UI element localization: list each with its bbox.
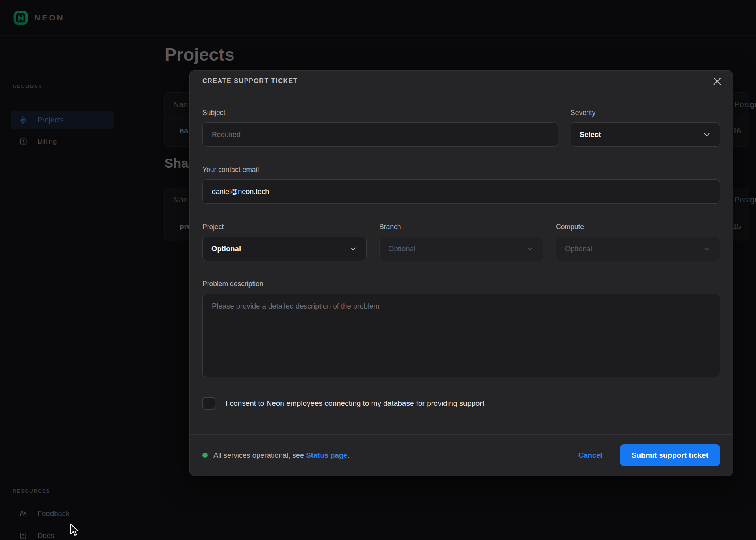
modal-footer: All services operational, see Status pag… bbox=[190, 434, 733, 476]
compute-label: Compute bbox=[556, 223, 720, 231]
project-select-value: Optional bbox=[211, 244, 241, 253]
compute-select: Optional bbox=[556, 237, 720, 261]
modal-title: CREATE SUPPORT TICKET bbox=[202, 78, 298, 85]
branch-select-value: Optional bbox=[388, 244, 415, 253]
status-text: All services operational, see Status pag… bbox=[213, 451, 349, 460]
create-support-ticket-modal: CREATE SUPPORT TICKET Subject Severity S… bbox=[189, 70, 733, 476]
branch-select: Optional bbox=[379, 237, 543, 261]
service-status: All services operational, see Status pag… bbox=[202, 451, 349, 460]
consent-label: I consent to Neon employees connecting t… bbox=[226, 399, 484, 408]
problem-description-label: Problem description bbox=[202, 280, 720, 288]
severity-select-value: Select bbox=[580, 130, 601, 139]
status-dot-icon bbox=[202, 453, 208, 458]
chevron-down-icon bbox=[526, 244, 534, 253]
modal-header: CREATE SUPPORT TICKET bbox=[190, 71, 733, 91]
chevron-down-icon bbox=[702, 244, 711, 253]
chevron-down-icon bbox=[702, 130, 711, 139]
submit-support-ticket-button[interactable]: Submit support ticket bbox=[620, 444, 720, 466]
branch-label: Branch bbox=[379, 223, 543, 231]
modal-body: Subject Severity Select Your contact ema… bbox=[190, 91, 733, 410]
status-page-link[interactable]: Status page bbox=[306, 451, 347, 459]
app-window: NEON ACCOUNT Projects $ Billing RESOURCE… bbox=[0, 0, 756, 540]
cancel-button[interactable]: Cancel bbox=[578, 451, 602, 460]
contact-email-input[interactable] bbox=[202, 179, 720, 204]
consent-checkbox[interactable] bbox=[202, 397, 215, 410]
compute-select-value: Optional bbox=[565, 244, 592, 253]
problem-description-textarea[interactable] bbox=[202, 294, 720, 377]
contact-email-label: Your contact email bbox=[202, 166, 720, 174]
subject-input[interactable] bbox=[202, 122, 558, 147]
close-icon[interactable] bbox=[712, 76, 723, 87]
severity-select[interactable]: Select bbox=[571, 122, 720, 147]
severity-label: Severity bbox=[571, 109, 720, 117]
project-label: Project bbox=[202, 223, 367, 231]
project-select[interactable]: Optional bbox=[202, 237, 367, 261]
chevron-down-icon bbox=[349, 244, 358, 253]
subject-label: Subject bbox=[202, 109, 558, 117]
